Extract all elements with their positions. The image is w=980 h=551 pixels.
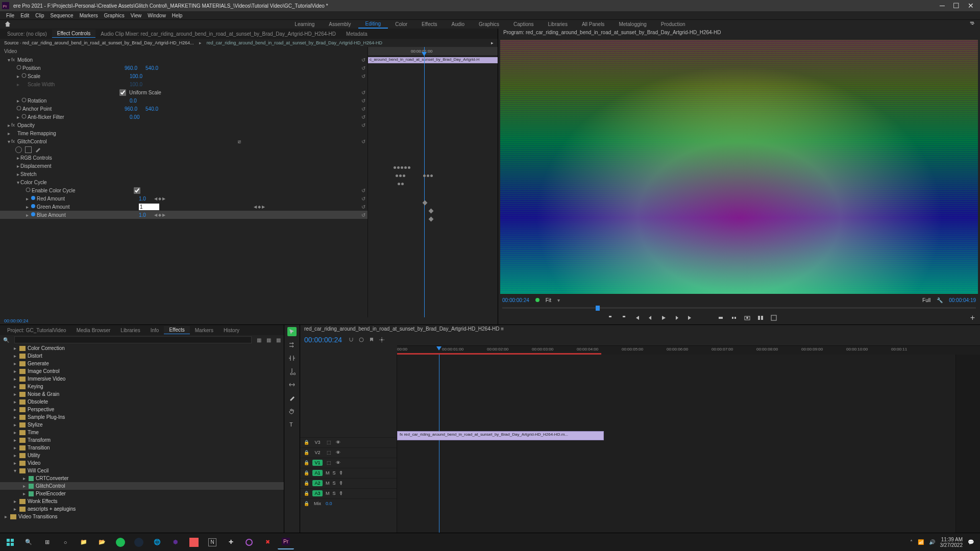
audio-track-header[interactable]: 🔒A3MS🎙 (300, 488, 397, 498)
param-color-cycle[interactable]: ▾Color Cycle (0, 178, 368, 186)
effects-tree-item[interactable]: ▸Image Control (0, 367, 284, 375)
keyframe-nav[interactable]: ◀ ◆ ▶ (154, 213, 165, 217)
menu-graphics[interactable]: Graphics (101, 13, 128, 18)
step-back-icon[interactable] (647, 315, 653, 321)
reset-icon[interactable]: ↺ (361, 204, 365, 210)
go-to-out-icon[interactable] (687, 315, 693, 321)
keyframe-nav[interactable]: ◀ ◆ ▶ (254, 205, 265, 209)
search-icon[interactable]: 🔍 (3, 337, 9, 343)
ec-playhead[interactable] (424, 47, 425, 317)
menu-sequence[interactable]: Sequence (47, 13, 77, 18)
menu-help[interactable]: Help (169, 13, 186, 18)
effects-tree-item[interactable]: ▸Transform (0, 436, 284, 444)
filter-accel-icon[interactable]: ▦ (257, 337, 261, 343)
uniform-scale-checkbox[interactable] (119, 89, 126, 96)
param-rgb-controls[interactable]: ▸RGB Controls (0, 154, 368, 162)
workspace-assembly[interactable]: Assembly (322, 20, 358, 28)
safe-margins-icon[interactable] (771, 315, 777, 321)
reset-icon[interactable]: ↺ (361, 139, 365, 144)
stopwatch-icon[interactable] (20, 73, 28, 79)
mark-in-icon[interactable] (607, 315, 614, 321)
system-tray[interactable]: ˄ 📶 🔊 11:39 AM 3/27/2022 💬 (910, 537, 978, 548)
effects-tree-item[interactable]: ▸Obsolete (0, 398, 284, 406)
effects-tree-item[interactable]: ▸Wonk Effects (0, 497, 284, 505)
reset-icon[interactable]: ↺ (361, 212, 365, 218)
effects-tree-item[interactable]: ▸Noise & Grain (0, 390, 284, 398)
notifications-icon[interactable]: 💬 (968, 539, 974, 545)
pen-mask-icon[interactable] (35, 146, 41, 154)
stopwatch-icon[interactable] (20, 114, 28, 120)
start-button[interactable] (2, 535, 18, 549)
video-track-header[interactable]: 🔒V3⬚👁 (300, 437, 397, 447)
reset-icon[interactable]: ↺ (361, 90, 365, 95)
file-icon[interactable]: 📂 (94, 535, 110, 549)
audio-track-header[interactable]: 🔒A1MS🎙 (300, 468, 397, 478)
rotation-value[interactable]: 0.0 (130, 98, 145, 104)
reset-icon[interactable]: ↺ (361, 65, 365, 71)
effect-controls-timeline[interactable]: 00:00:01:00 c_around_bend_in_road_at_sun… (368, 47, 498, 317)
workspace-color[interactable]: Color (388, 20, 414, 28)
workspace-effects[interactable]: Effects (414, 20, 444, 28)
reset-icon[interactable]: ↺ (361, 106, 365, 112)
video-track-header[interactable]: 🔒V2⬚👁 (300, 447, 397, 458)
task-view-icon[interactable]: ⊞ (39, 535, 55, 549)
workspace-libraries[interactable]: Libraries (541, 20, 575, 28)
effects-tree-item[interactable]: ▸Keying (0, 383, 284, 390)
project-tab[interactable]: Project: GC_TutorialVideo (2, 327, 71, 334)
timeline-tc[interactable]: 00:00:00:24 (304, 336, 342, 344)
fx-badge[interactable]: fx (11, 57, 17, 62)
reset-icon[interactable]: ↺ (361, 114, 365, 120)
settings-icon[interactable]: ⎚ (238, 139, 241, 144)
lift-icon[interactable] (718, 315, 724, 321)
stopwatch-icon[interactable] (30, 212, 37, 218)
effects-tree[interactable]: ▸Color Correction▸Distort▸Generate▸Image… (0, 344, 284, 534)
vscode-icon[interactable]: ⬢ (167, 535, 184, 549)
project-tab[interactable]: Libraries (115, 327, 145, 334)
clock[interactable]: 11:39 AM 3/27/2022 (940, 537, 963, 548)
effects-tree-item[interactable]: ▸Utility (0, 452, 284, 459)
keyframe-diamond[interactable] (429, 209, 434, 214)
effects-tree-item[interactable]: ▸aescripts + aeplugins (0, 505, 284, 513)
effect-glitchcontrol[interactable]: ▾fx GlitchControl ⎚ ↺ (0, 137, 368, 145)
ec-menu-icon[interactable]: ▸ (491, 40, 494, 45)
close-button[interactable]: ✕ (968, 2, 974, 10)
position-x[interactable]: 960.0 (125, 65, 145, 71)
premiere-taskbar-icon[interactable]: Pr (278, 535, 294, 549)
plus-icon[interactable]: ✚ (223, 535, 239, 549)
search-icon[interactable]: 🔍 (20, 535, 37, 549)
slip-tool[interactable] (287, 380, 297, 389)
red-icon[interactable]: ✖ (259, 535, 276, 549)
stopwatch-icon[interactable] (20, 97, 28, 104)
notion-icon[interactable]: N (204, 535, 220, 549)
cortana-icon[interactable]: ○ (57, 535, 74, 549)
keyframe-diamond[interactable] (423, 201, 428, 206)
stopwatch-icon[interactable] (30, 204, 37, 210)
scrubber-thumb[interactable] (596, 306, 600, 311)
effects-tree-item[interactable]: ▸Immersive Video (0, 375, 284, 383)
resolution-dropdown[interactable]: Full (922, 297, 930, 303)
effect-opacity[interactable]: ▸fx Opacity ↺ (0, 121, 368, 129)
selection-tool[interactable] (287, 327, 297, 336)
effects-tree-item[interactable]: ▾Will Cecil (0, 467, 284, 474)
workspace-editing[interactable]: Editing (358, 20, 388, 29)
effects-tree-item[interactable]: ▸PixelEncoder (0, 490, 284, 497)
project-tab[interactable]: Info (145, 327, 164, 334)
effects-tree-item[interactable]: ▸Time (0, 429, 284, 436)
menu-view[interactable]: View (128, 13, 145, 18)
razor-tool[interactable] (287, 367, 297, 376)
spotify-icon[interactable] (112, 535, 129, 549)
project-tab[interactable]: Markers (190, 327, 218, 334)
effects-tree-item[interactable]: ▸CRTConverter (0, 474, 284, 482)
effect-motion[interactable]: ▾ fx Motion ↺ (0, 56, 368, 64)
stopwatch-icon[interactable] (30, 195, 37, 202)
program-current-tc[interactable]: 00:00:00:24 (502, 297, 529, 303)
comparison-icon[interactable] (757, 315, 764, 321)
step-forward-icon[interactable] (674, 315, 680, 321)
menu-edit[interactable]: Edit (17, 13, 32, 18)
app-icon-orange[interactable] (186, 535, 202, 549)
green-amount-input[interactable] (139, 204, 159, 210)
effects-tree-item[interactable]: ▸Video Transitions (0, 513, 284, 520)
pen-tool[interactable] (287, 393, 297, 403)
program-viewer[interactable] (500, 40, 978, 294)
circle-icon[interactable] (241, 535, 257, 549)
